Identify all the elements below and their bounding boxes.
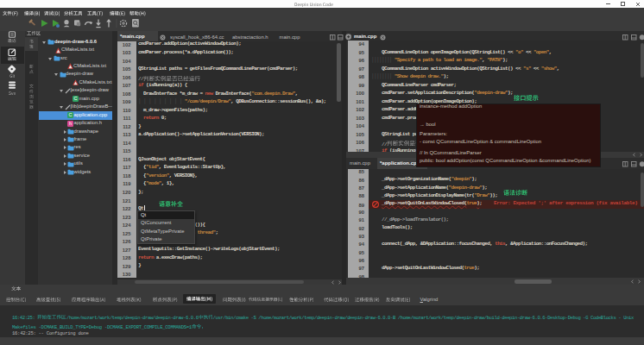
svg-text:h: h — [68, 121, 71, 126]
svg-text:C: C — [74, 96, 78, 101]
svg-text:C: C — [68, 112, 72, 117]
